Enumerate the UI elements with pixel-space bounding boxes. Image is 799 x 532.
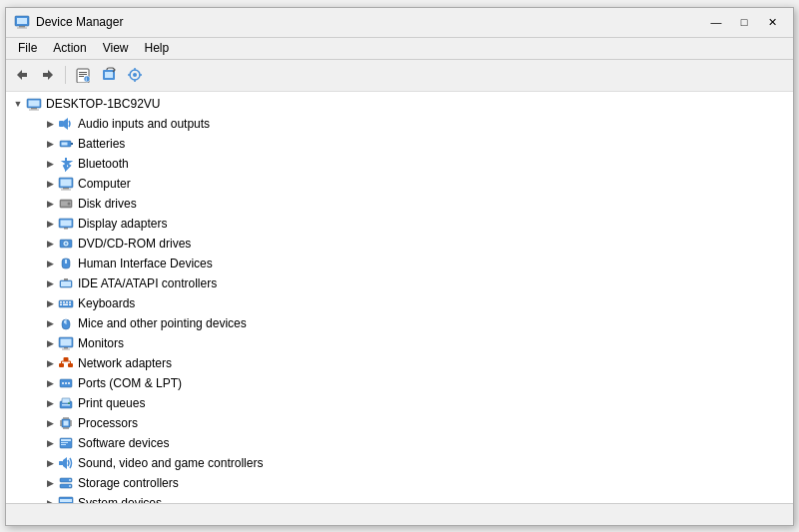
svg-rect-26 [59, 121, 64, 127]
list-item[interactable]: ▶ Ports (COM & LPT) [6, 373, 793, 393]
list-item[interactable]: ▶ Human Interface Devices [6, 254, 793, 273]
list-item[interactable]: ▶ Display adapters [6, 214, 793, 234]
update-driver-button[interactable] [97, 63, 121, 87]
expand-icon[interactable]: ▶ [42, 275, 58, 291]
expand-icon[interactable]: ▶ [42, 315, 58, 331]
expand-icon[interactable]: ▶ [42, 475, 58, 491]
list-item[interactable]: ▶ Mice and other pointing devices [6, 313, 793, 333]
expand-icon[interactable]: ▶ [42, 256, 58, 271]
list-item[interactable]: ▶ Software devices [6, 433, 793, 453]
expand-icon[interactable]: ▶ [42, 196, 58, 212]
svg-rect-63 [64, 347, 68, 349]
expand-icon[interactable]: ▶ [42, 116, 58, 132]
expand-icon[interactable]: ▶ [42, 156, 58, 172]
toolbar: i [6, 60, 793, 92]
back-button[interactable] [10, 63, 34, 87]
list-item[interactable]: ▶ IDE ATA/ATAPI controllers [6, 273, 793, 293]
expand-icon[interactable]: ▶ [42, 176, 58, 192]
device-tree[interactable]: ▼ DESKTOP-1BC92VU ▶ [6, 92, 793, 503]
item-label: Software devices [78, 436, 169, 450]
expand-icon[interactable]: ▶ [42, 216, 58, 232]
svg-rect-11 [79, 76, 84, 77]
list-item[interactable]: ▶ Disk drives [6, 194, 793, 214]
minimize-button[interactable]: — [703, 12, 729, 32]
properties-button[interactable]: i [71, 63, 95, 87]
item-label: DVD/CD-ROM drives [78, 237, 191, 251]
menu-action[interactable]: Action [45, 39, 94, 57]
scan-button[interactable] [123, 63, 147, 87]
dvd-icon [58, 236, 74, 252]
menu-bar: File Action View Help [6, 38, 793, 60]
svg-point-102 [69, 479, 71, 481]
maximize-button[interactable]: □ [731, 12, 757, 32]
list-item[interactable]: ▶ Network adapters [6, 353, 793, 373]
list-item[interactable]: ▶ Audio inputs and outputs [6, 114, 793, 134]
item-label: Batteries [78, 137, 125, 151]
svg-point-73 [62, 382, 64, 384]
item-label: Ports (COM & LPT) [78, 376, 182, 390]
root-expand[interactable]: ▼ [10, 96, 26, 112]
tree-root[interactable]: ▼ DESKTOP-1BC92VU [6, 94, 793, 114]
close-button[interactable]: ✕ [759, 12, 785, 32]
expand-icon[interactable]: ▶ [42, 495, 58, 503]
expand-icon[interactable]: ▶ [42, 295, 58, 311]
menu-help[interactable]: Help [137, 39, 178, 57]
expand-icon[interactable]: ▶ [42, 355, 58, 371]
app-icon [14, 14, 30, 30]
expand-icon[interactable]: ▶ [42, 375, 58, 391]
menu-file[interactable]: File [10, 39, 45, 57]
item-label: Storage controllers [78, 476, 179, 490]
system-devices-icon [58, 495, 74, 503]
root-icon [26, 96, 42, 112]
svg-rect-56 [63, 303, 68, 305]
root-label: DESKTOP-1BC92VU [46, 97, 161, 111]
title-bar: Device Manager — □ ✕ [6, 8, 793, 38]
list-item[interactable]: ▶ Keyboards [6, 293, 793, 313]
svg-rect-105 [60, 499, 72, 502]
svg-rect-34 [61, 189, 71, 190]
status-bar [6, 503, 793, 525]
display-adapters-icon [58, 216, 74, 232]
svg-rect-53 [66, 301, 68, 303]
svg-point-79 [68, 402, 70, 404]
menu-view[interactable]: View [95, 39, 137, 57]
svg-marker-99 [63, 457, 67, 469]
expand-icon[interactable]: ▶ [42, 395, 58, 411]
expand-icon[interactable]: ▶ [42, 236, 58, 252]
expand-icon[interactable]: ▶ [42, 455, 58, 471]
item-label: Processors [78, 416, 138, 430]
item-label: Audio inputs and outputs [78, 117, 210, 131]
svg-rect-32 [61, 179, 72, 186]
svg-rect-66 [68, 363, 73, 367]
list-item[interactable]: ▶ Batteries [6, 134, 793, 154]
item-label: Monitors [78, 336, 124, 350]
expand-icon[interactable]: ▶ [42, 335, 58, 351]
list-item[interactable]: ▶ Sound, video and game controllers [6, 453, 793, 473]
svg-point-17 [133, 73, 137, 77]
svg-rect-95 [61, 439, 71, 441]
svg-rect-96 [61, 442, 68, 443]
toolbar-separator-1 [65, 66, 66, 84]
forward-button[interactable] [36, 63, 60, 87]
list-item[interactable]: ▶ Computer [6, 174, 793, 194]
bluetooth-icon [58, 156, 74, 172]
list-item[interactable]: ▶ Print queues [6, 393, 793, 413]
print-queues-icon [58, 395, 74, 411]
item-label: Keyboards [78, 296, 135, 310]
expand-icon[interactable]: ▶ [42, 415, 58, 431]
expand-icon[interactable]: ▶ [42, 435, 58, 451]
svg-rect-64 [62, 348, 70, 349]
svg-rect-57 [69, 303, 71, 305]
list-item[interactable]: ▶ Proces [6, 413, 793, 433]
list-item[interactable]: ▶ Bluetooth [6, 154, 793, 174]
list-item[interactable]: ▶ Monitors [6, 333, 793, 353]
svg-rect-98 [59, 461, 63, 465]
svg-rect-30 [62, 142, 68, 145]
expand-icon[interactable]: ▶ [42, 136, 58, 152]
svg-rect-29 [71, 143, 73, 145]
svg-point-43 [65, 243, 67, 245]
svg-rect-24 [31, 108, 37, 110]
list-item[interactable]: ▶ System devices [6, 493, 793, 503]
list-item[interactable]: ▶ Storage controllers [6, 473, 793, 493]
list-item[interactable]: ▶ DVD/CD-ROM drives [6, 234, 793, 254]
